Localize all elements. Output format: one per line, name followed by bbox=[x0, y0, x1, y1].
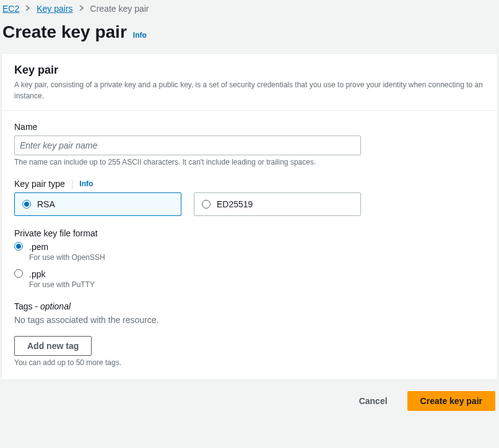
card-description: A key pair, consisting of a private key … bbox=[14, 79, 485, 101]
add-tag-button[interactable]: Add new tag bbox=[14, 336, 92, 356]
tags-optional: optional bbox=[40, 301, 71, 311]
format-option-ppk[interactable]: .ppk For use with PuTTY bbox=[14, 269, 485, 289]
type-option-label: RSA bbox=[37, 199, 55, 209]
card-title: Key pair bbox=[14, 64, 485, 77]
tags-empty-text: No tags associated with the resource. bbox=[14, 315, 485, 325]
divider: | bbox=[71, 179, 74, 189]
format-field: Private key file format .pem For use wit… bbox=[14, 228, 485, 289]
type-option-label: ED25519 bbox=[217, 199, 253, 209]
format-option-label: .pem bbox=[29, 242, 105, 252]
type-label: Key pair type bbox=[14, 179, 65, 189]
chevron-right-icon bbox=[79, 4, 84, 13]
type-option-rsa[interactable]: RSA bbox=[14, 192, 181, 216]
card-header: Key pair A key pair, consisting of a pri… bbox=[2, 54, 497, 111]
breadcrumb-link-keypairs[interactable]: Key pairs bbox=[37, 4, 72, 14]
type-field: Key pair type | Info RSA ED25519 bbox=[14, 179, 485, 216]
page-header: Create key pair Info bbox=[0, 15, 499, 53]
radio-icon bbox=[202, 200, 210, 209]
keypair-card: Key pair A key pair, consisting of a pri… bbox=[1, 53, 498, 380]
chevron-right-icon bbox=[25, 4, 30, 13]
name-label: Name bbox=[14, 122, 485, 132]
format-option-desc: For use with OpenSSH bbox=[29, 253, 105, 262]
type-option-ed25519[interactable]: ED25519 bbox=[194, 192, 361, 216]
page-info-link[interactable]: Info bbox=[133, 31, 147, 40]
format-option-pem[interactable]: .pem For use with OpenSSH bbox=[14, 242, 485, 262]
format-label: Private key file format bbox=[14, 228, 485, 238]
tags-label: Tags - optional bbox=[14, 301, 485, 311]
create-button[interactable]: Create key pair bbox=[407, 391, 495, 411]
format-option-label: .ppk bbox=[29, 269, 95, 279]
breadcrumb-current: Create key pair bbox=[90, 4, 149, 14]
radio-icon bbox=[14, 242, 23, 251]
name-field: Name The name can include up to 255 ASCI… bbox=[14, 122, 485, 166]
footer-actions: Cancel Create key pair bbox=[0, 380, 499, 411]
tags-label-text: Tags - bbox=[14, 301, 40, 311]
name-input[interactable] bbox=[14, 136, 361, 155]
tags-hint: You can add up to 50 more tags. bbox=[14, 358, 485, 367]
radio-icon bbox=[14, 269, 23, 278]
format-option-desc: For use with PuTTY bbox=[29, 280, 95, 289]
tags-field: Tags - optional No tags associated with … bbox=[14, 301, 485, 367]
name-hint: The name can include up to 255 ASCII cha… bbox=[14, 158, 485, 166]
breadcrumb-link-ec2[interactable]: EC2 bbox=[2, 4, 19, 14]
breadcrumb: EC2 Key pairs Create key pair bbox=[0, 0, 499, 15]
type-info-link[interactable]: Info bbox=[79, 179, 93, 188]
page-title: Create key pair bbox=[2, 22, 127, 42]
cancel-button[interactable]: Cancel bbox=[347, 391, 400, 411]
radio-icon bbox=[22, 200, 31, 209]
